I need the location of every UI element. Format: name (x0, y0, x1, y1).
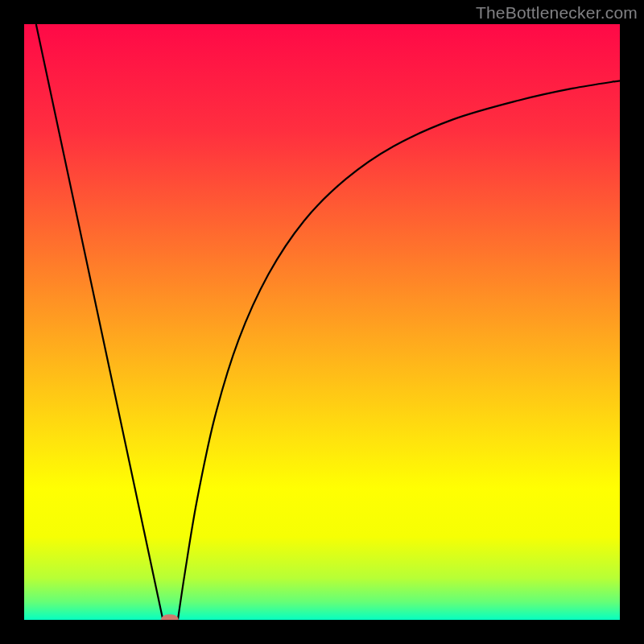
right-curve (178, 80, 620, 620)
left-curve (36, 24, 163, 620)
chart-frame: TheBottlenecker.com (0, 0, 644, 644)
attribution-text: TheBottlenecker.com (476, 3, 638, 23)
minimum-marker (161, 614, 179, 620)
curve-layer (24, 24, 620, 620)
plot-area (24, 24, 620, 620)
